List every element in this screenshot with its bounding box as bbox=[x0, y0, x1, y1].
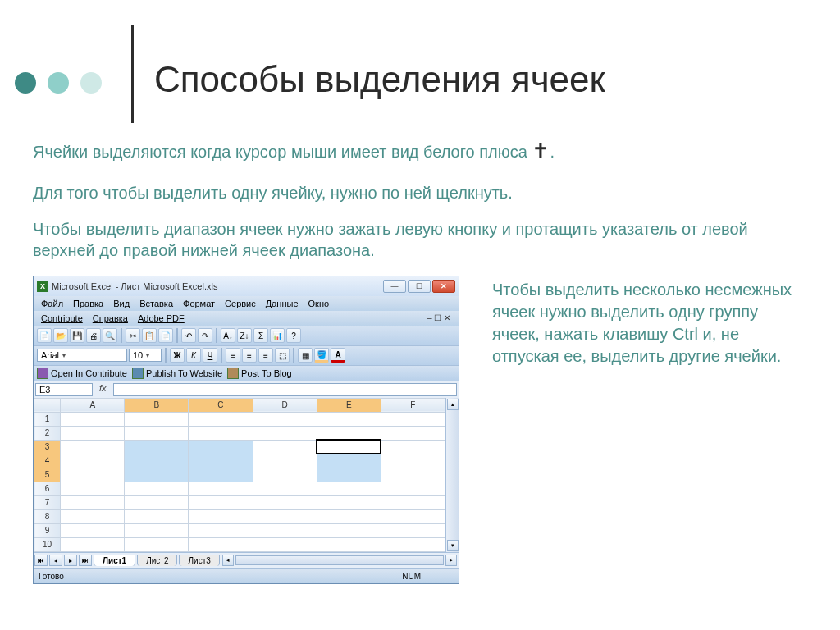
col-header-b[interactable]: B bbox=[125, 398, 189, 412]
scroll-up-button[interactable]: ▴ bbox=[447, 399, 459, 410]
menu-adobe[interactable]: Adobe PDF bbox=[134, 313, 189, 324]
italic-button[interactable]: К bbox=[186, 348, 201, 363]
merge-button[interactable]: ⬚ bbox=[275, 348, 290, 363]
cell[interactable] bbox=[381, 537, 445, 551]
cell[interactable] bbox=[253, 412, 317, 426]
cell-selected[interactable] bbox=[189, 440, 253, 454]
titlebar[interactable]: X Microsoft Excel - Лист Microsoft Excel… bbox=[34, 276, 459, 296]
row-header[interactable]: 9 bbox=[34, 523, 61, 537]
align-center-button[interactable]: ≡ bbox=[242, 348, 257, 363]
cell[interactable] bbox=[61, 454, 125, 468]
font-size-select[interactable]: 10▾ bbox=[129, 349, 162, 362]
tab-nav-last[interactable]: ⏭ bbox=[79, 555, 92, 566]
cell[interactable] bbox=[61, 412, 125, 426]
cell-selected[interactable] bbox=[317, 468, 381, 482]
paste-button[interactable]: 📄 bbox=[158, 328, 173, 343]
name-box[interactable]: E3 bbox=[35, 383, 93, 396]
menu-help[interactable]: Справка bbox=[89, 313, 132, 324]
row-header[interactable]: 5 bbox=[34, 468, 61, 482]
cell[interactable] bbox=[381, 495, 445, 509]
scroll-right-button[interactable]: ▸ bbox=[445, 555, 457, 566]
preview-button[interactable]: 🔍 bbox=[103, 328, 117, 343]
vertical-scrollbar[interactable]: ▴ ▾ bbox=[445, 398, 459, 552]
cell[interactable] bbox=[61, 426, 125, 440]
spreadsheet-grid[interactable]: A B C D E F 1 2 3 4 5 6 7 bbox=[34, 398, 445, 552]
formula-bar[interactable] bbox=[113, 383, 457, 396]
tab-nav-first[interactable]: ⏮ bbox=[34, 555, 48, 566]
redo-button[interactable]: ↷ bbox=[198, 328, 212, 343]
sheet-tab-2[interactable]: Лист2 bbox=[137, 555, 177, 566]
maximize-button[interactable]: ☐ bbox=[408, 280, 431, 293]
cell[interactable] bbox=[317, 523, 381, 537]
row-header[interactable]: 6 bbox=[34, 482, 61, 495]
cell[interactable] bbox=[253, 509, 317, 523]
menu-tools[interactable]: Сервис bbox=[221, 298, 260, 309]
bold-button[interactable]: Ж bbox=[170, 348, 185, 363]
save-button[interactable]: 💾 bbox=[70, 328, 84, 343]
cell[interactable] bbox=[317, 509, 381, 523]
font-name-select[interactable]: Arial▾ bbox=[37, 349, 127, 362]
contribute-post[interactable]: Post To Blog bbox=[227, 368, 292, 379]
cell[interactable] bbox=[189, 523, 253, 537]
cell-selected[interactable] bbox=[125, 454, 189, 468]
cell[interactable] bbox=[381, 412, 445, 426]
close-button[interactable]: ✕ bbox=[432, 280, 455, 293]
cell[interactable] bbox=[125, 426, 189, 440]
cell[interactable] bbox=[125, 523, 189, 537]
cell-selected[interactable] bbox=[317, 454, 381, 468]
cell[interactable] bbox=[125, 509, 189, 523]
cell[interactable] bbox=[189, 412, 253, 426]
open-button[interactable]: 📂 bbox=[53, 328, 68, 343]
menu-contribute[interactable]: Contribute bbox=[37, 313, 87, 324]
row-header[interactable]: 7 bbox=[34, 495, 61, 509]
cell[interactable] bbox=[61, 468, 125, 482]
underline-button[interactable]: Ч bbox=[203, 348, 217, 363]
scroll-down-button[interactable]: ▾ bbox=[447, 540, 459, 551]
cell[interactable] bbox=[61, 509, 125, 523]
cell[interactable] bbox=[381, 426, 445, 440]
cell[interactable] bbox=[253, 440, 317, 454]
row-header[interactable]: 2 bbox=[34, 426, 61, 440]
cell[interactable] bbox=[317, 495, 381, 509]
undo-button[interactable]: ↶ bbox=[181, 328, 196, 343]
col-header-a[interactable]: A bbox=[61, 398, 125, 412]
cell[interactable] bbox=[125, 495, 189, 509]
cell[interactable] bbox=[125, 482, 189, 495]
fill-color-button[interactable]: 🪣 bbox=[314, 348, 329, 363]
cell[interactable] bbox=[381, 468, 445, 482]
cell[interactable] bbox=[189, 426, 253, 440]
cell[interactable] bbox=[189, 482, 253, 495]
align-left-button[interactable]: ≡ bbox=[226, 348, 240, 363]
menu-view[interactable]: Вид bbox=[109, 298, 134, 309]
tab-nav-next[interactable]: ▸ bbox=[64, 555, 77, 566]
cell-selected[interactable] bbox=[125, 440, 189, 454]
cell[interactable] bbox=[253, 537, 317, 551]
sort-asc-button[interactable]: A↓ bbox=[221, 328, 235, 343]
cell[interactable] bbox=[381, 523, 445, 537]
doc-close-icon[interactable]: – ☐ ✕ bbox=[422, 313, 455, 324]
cell[interactable] bbox=[381, 482, 445, 495]
cell-selected[interactable] bbox=[189, 468, 253, 482]
cell[interactable] bbox=[253, 495, 317, 509]
cell[interactable] bbox=[125, 537, 189, 551]
align-right-button[interactable]: ≡ bbox=[258, 348, 273, 363]
cell[interactable] bbox=[61, 523, 125, 537]
cut-button[interactable]: ✂ bbox=[126, 328, 140, 343]
scroll-left-button[interactable]: ◂ bbox=[222, 555, 234, 566]
menu-data[interactable]: Данные bbox=[262, 298, 303, 309]
scroll-track[interactable] bbox=[235, 555, 444, 565]
chart-button[interactable]: 📊 bbox=[270, 328, 285, 343]
tab-nav-prev[interactable]: ◂ bbox=[49, 555, 62, 566]
cell[interactable] bbox=[61, 537, 125, 551]
menu-window[interactable]: Окно bbox=[304, 298, 334, 309]
col-header-c[interactable]: C bbox=[189, 398, 253, 412]
cell[interactable] bbox=[253, 454, 317, 468]
cell-selected[interactable] bbox=[189, 454, 253, 468]
cell[interactable] bbox=[253, 523, 317, 537]
cell[interactable] bbox=[317, 537, 381, 551]
menu-edit[interactable]: Правка bbox=[69, 298, 107, 309]
cell-selected[interactable] bbox=[125, 468, 189, 482]
cell[interactable] bbox=[61, 440, 125, 454]
sort-desc-button[interactable]: Z↓ bbox=[237, 328, 252, 343]
cell[interactable] bbox=[189, 537, 253, 551]
